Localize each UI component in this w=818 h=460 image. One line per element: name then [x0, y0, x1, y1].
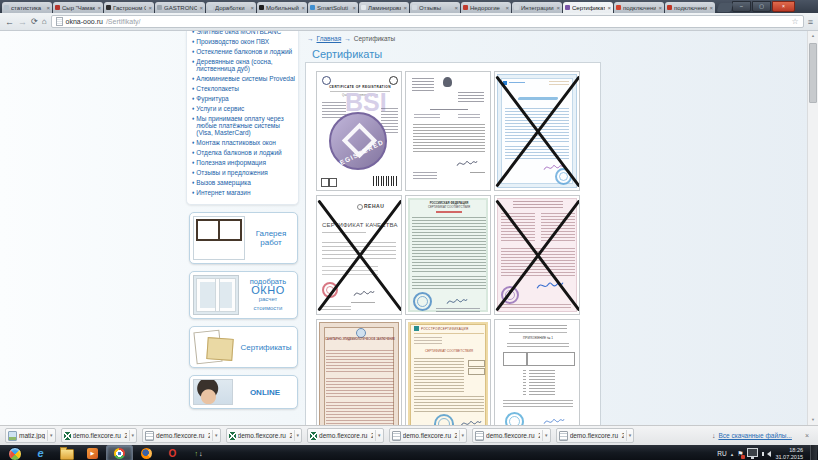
action-center-flag-icon[interactable]: ⚑ [737, 450, 743, 458]
taskbar-media-player[interactable]: ▶ [80, 446, 105, 460]
bookmark-star-icon[interactable]: ☆ [792, 17, 799, 27]
tab-close-icon[interactable]: × [709, 5, 713, 11]
sidebar-item-osteklenie[interactable]: ♦Остекление балконов и лоджий [192, 48, 295, 55]
tab-syr-chamak[interactable]: Сыр "Чамак"× [53, 2, 103, 13]
taskbar-opera[interactable]: O [160, 446, 185, 460]
sidebar-item-uslugi[interactable]: ♦Услуги и сервис [192, 105, 295, 112]
sidebar-item-alyuminievye[interactable]: ♦Алюминиевые системы Provedal [192, 75, 295, 82]
sidebar-item-montazh[interactable]: ♦Монтаж пластиковых окон [192, 139, 295, 146]
gallery-widget[interactable]: Галерея работ [189, 212, 298, 264]
tab-close-icon[interactable]: × [505, 5, 509, 11]
certificate-sanitary-conclusion[interactable]: САНИТАРНО-ЭПИДЕМИОЛОГИЧЕСКОЕ ЗАКЛЮЧЕНИЕ [316, 319, 402, 425]
tab-close-icon[interactable]: × [301, 5, 305, 11]
taskbar-chrome-active[interactable] [106, 445, 133, 460]
tab-laminirovanie[interactable]: Ламинирован× [359, 2, 409, 13]
sidebar-item-furnitura[interactable]: ♦Фурнитура [192, 95, 295, 102]
certificate-conformity-green[interactable]: РОССИЙСКАЯ ФЕДЕРАЦИЯ СЕРТИФИКАТ СООТВЕТС… [405, 195, 491, 315]
download-item[interactable]: demo.flexcore.ru_2...html▾ [389, 428, 468, 443]
window-calculator-widget[interactable]: подобрать ОКНО расчет стоимости [189, 271, 298, 319]
tab-close-icon[interactable]: × [403, 5, 407, 11]
home-button[interactable]: ⌂ [42, 17, 47, 27]
tab-close-icon[interactable]: × [607, 5, 611, 11]
taskbar-clock[interactable]: 18:26 31.07.2015 [775, 447, 803, 460]
certificate-appendix[interactable]: ПРИЛОЖЕНИЕ № 1 [494, 319, 580, 425]
tab-close-icon[interactable]: × [352, 5, 356, 11]
tab-smartsolutions[interactable]: SmartSoluti× [308, 2, 358, 13]
online-consultant-widget[interactable]: ONLINE [189, 375, 298, 409]
chevron-down-icon[interactable]: ▾ [294, 430, 300, 441]
tab-sertifikaty-active[interactable]: Сертификат× [563, 2, 613, 13]
tab-integracii[interactable]: Интеграции× [512, 2, 562, 13]
sidebar-item-magazin[interactable]: ♦Интернет магазин [192, 189, 295, 196]
tab-close-icon[interactable]: × [454, 5, 458, 11]
certificate-rehau-quality[interactable]: REHAU СЕРТИФИКАТ КАЧЕСТВА [316, 195, 402, 315]
tab-gastronom-en[interactable]: GASTRONOM× [155, 2, 205, 13]
tab-close-icon[interactable]: × [556, 5, 560, 11]
taskbar-firefox[interactable] [134, 446, 159, 460]
tab-podklyuchenie-2[interactable]: подключени× [665, 2, 715, 13]
back-button[interactable]: ← [5, 17, 14, 27]
taskbar-explorer[interactable] [54, 446, 79, 460]
scroll-up-icon[interactable]: ▲ [808, 31, 818, 41]
hidden-icons-chevron[interactable]: ▴ [731, 451, 734, 457]
chevron-down-icon[interactable]: ▾ [47, 430, 53, 441]
show-desktop-button[interactable] [810, 445, 817, 460]
download-item[interactable]: demo.flexcore.ru_2...html▾ [472, 428, 551, 443]
maximize-button[interactable]: ▢ [752, 1, 771, 12]
chevron-down-icon[interactable]: ▾ [459, 430, 465, 441]
tab-close-icon[interactable]: × [97, 5, 101, 11]
page-scrollbar[interactable]: ▲ ▼ [807, 31, 818, 425]
tab-dorabotki[interactable]: Доработки× [206, 2, 256, 13]
show-all-downloads-link[interactable]: ↓ Все скачанные файлы... [712, 432, 792, 439]
language-indicator[interactable]: RU [717, 450, 726, 457]
certificates-widget[interactable]: Сертификаты [189, 326, 298, 368]
sidebar-item-otzyvy[interactable]: ♦Отзывы и предложения [192, 169, 295, 176]
tab-mobilny[interactable]: Мобильный× [257, 2, 307, 13]
tab-otzyvy[interactable]: Отзывы× [410, 2, 460, 13]
speaker-icon[interactable] [764, 451, 771, 457]
download-item[interactable]: matiz.jpg▾ [5, 428, 56, 443]
forward-button[interactable]: → [18, 17, 27, 27]
tab-gastronom-ru[interactable]: Гастроном С× [104, 2, 154, 13]
tab-close-icon[interactable]: × [250, 5, 254, 11]
tab-close-icon[interactable]: × [148, 5, 152, 11]
sidebar-item-poleznaya[interactable]: ♦Полезная информация [192, 159, 295, 166]
chevron-down-icon[interactable]: ▾ [129, 430, 135, 441]
browser-menu-icon[interactable]: ≡ [808, 17, 813, 27]
sidebar-item-otdelka[interactable]: ♦Отделка балконов и лоджий [192, 149, 295, 156]
download-item[interactable]: demo.flexcore.ru_2...html▾ [556, 428, 635, 443]
certificate-blue-crossed[interactable] [494, 71, 580, 191]
sidebar-item-zamershchik[interactable]: ♦Вызов замерщика [192, 179, 295, 186]
reload-button[interactable]: ⟳ [31, 17, 38, 27]
chevron-down-icon[interactable]: ▾ [375, 430, 381, 441]
certificate-official-letter[interactable] [405, 71, 491, 191]
network-icon[interactable] [747, 448, 758, 457]
download-item[interactable]: demo.flexcore.ru_2...html▾ [142, 428, 221, 443]
tab-close-icon[interactable]: × [199, 5, 203, 11]
tab-close-icon[interactable]: × [46, 5, 50, 11]
sidebar-item-derevyannye[interactable]: ♦Деревянные окна (сосна, лиственница дуб… [192, 58, 295, 72]
close-downloads-bar-icon[interactable]: × [805, 432, 809, 439]
minimize-button[interactable]: – [732, 1, 751, 12]
certificate-rosstroy[interactable]: РОССТРОЙСЕРТИФИКАЦИЯ СЕРТИФИКАТ СООТВЕТС… [405, 319, 491, 425]
certificate-pink-crossed[interactable] [494, 195, 580, 315]
sidebar-item-montblanc[interactable]: ♦Элитные окна MONTBLANC [192, 31, 295, 35]
sidebar-item-proizvodstvo[interactable]: ♦Производство окон ПВХ [192, 38, 295, 45]
tab-nedorogie[interactable]: Недорогие× [461, 2, 511, 13]
tab-statistika[interactable]: статистика× [2, 2, 52, 13]
download-item[interactable]: demo.flexcore.ru_29....csv▾ [307, 428, 384, 443]
taskbar-internet-explorer[interactable]: e [28, 446, 53, 460]
breadcrumb-home-link[interactable]: Главная [317, 35, 342, 42]
sidebar-item-steklopakety[interactable]: ♦Стеклопакеты [192, 85, 295, 92]
sidebar-item-oplata[interactable]: ♦Мы принимаем оплату через любые платёжн… [192, 115, 295, 136]
taskbar-transfers[interactable]: ↑↓ [186, 446, 211, 460]
download-item[interactable]: demo.flexcore.ru_29....csv▾ [61, 428, 138, 443]
close-button[interactable]: × [772, 1, 795, 12]
new-tab-button[interactable] [717, 3, 734, 12]
chevron-down-icon[interactable]: ▾ [542, 430, 548, 441]
scroll-down-icon[interactable]: ▼ [808, 415, 818, 425]
address-bar[interactable]: okna-ooo.ru /Sertifikaty/ ☆ [51, 15, 804, 28]
chevron-down-icon[interactable]: ▾ [626, 430, 632, 441]
start-button[interactable] [2, 446, 27, 460]
certificate-bsi-registration[interactable]: CERTIFICATE OF REGISTRATION Quality Mana… [316, 71, 402, 191]
